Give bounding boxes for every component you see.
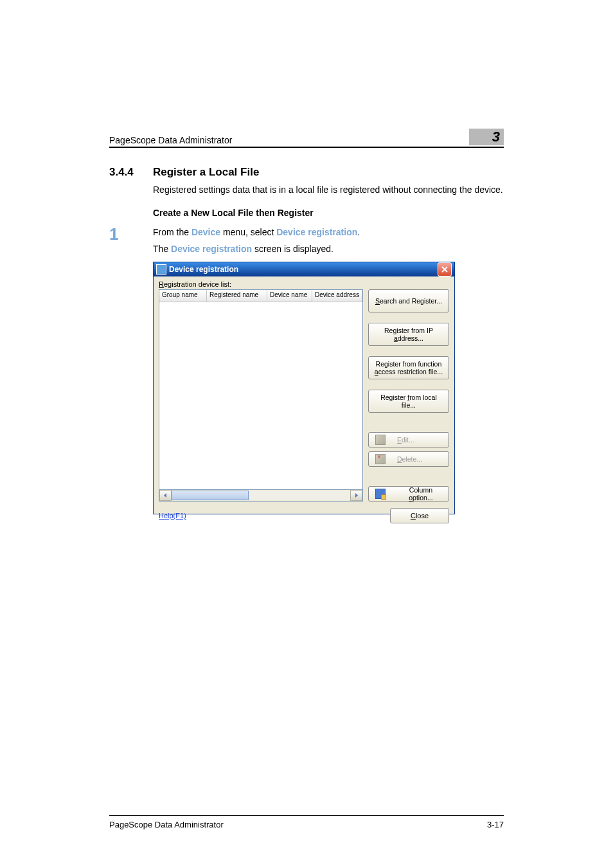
delete-button: Delete... bbox=[368, 451, 449, 467]
close-button[interactable]: Close bbox=[390, 508, 449, 523]
col-group-name[interactable]: Group name bbox=[159, 290, 207, 302]
registration-list-label: Registration device list: bbox=[159, 280, 449, 288]
delete-icon bbox=[375, 454, 386, 464]
dialog-icon bbox=[156, 264, 166, 275]
close-icon[interactable] bbox=[438, 262, 452, 276]
col-device-address[interactable]: Device address bbox=[312, 290, 362, 302]
col-registered-name[interactable]: Registered name bbox=[207, 290, 267, 302]
section-number: 3.4.4 bbox=[109, 166, 153, 179]
scroll-right-icon[interactable] bbox=[350, 490, 362, 501]
scroll-left-icon[interactable] bbox=[159, 490, 172, 501]
edit-icon bbox=[375, 435, 386, 445]
footer-left: PageScope Data Administrator bbox=[109, 820, 224, 829]
column-option-icon bbox=[375, 489, 386, 499]
horizontal-scrollbar[interactable] bbox=[159, 490, 363, 502]
ui-term-device-registration: Device registration bbox=[276, 227, 357, 237]
register-from-function-access-button[interactable]: Register from functionaccess restriction… bbox=[368, 356, 449, 379]
chapter-number: 3 bbox=[492, 129, 500, 145]
subsection-heading: Create a New Local File then Register bbox=[153, 208, 504, 218]
column-option-button[interactable]: Column option... bbox=[368, 486, 449, 502]
scroll-thumb[interactable] bbox=[172, 491, 249, 500]
header-rule bbox=[109, 147, 504, 148]
scroll-track[interactable] bbox=[172, 491, 350, 500]
step-text: From the Device menu, select Device regi… bbox=[153, 226, 360, 256]
chapter-badge: 3 bbox=[469, 129, 504, 145]
dialog-title: Device registration bbox=[169, 265, 238, 274]
device-registration-dialog: Device registration Registration device … bbox=[153, 262, 455, 514]
ui-term-device: Device bbox=[191, 227, 220, 237]
dialog-titlebar[interactable]: Device registration bbox=[154, 262, 454, 276]
step-number: 1 bbox=[109, 226, 153, 256]
help-link[interactable]: Help(F1) bbox=[159, 512, 186, 520]
footer-page-number: 3-17 bbox=[487, 820, 504, 829]
footer-rule bbox=[109, 815, 504, 816]
register-from-ip-button[interactable]: Register from IPaddress... bbox=[368, 323, 449, 346]
search-and-register-button[interactable]: Search and Register... bbox=[368, 289, 449, 312]
edit-button: Edit... bbox=[368, 432, 449, 448]
section-title: Register a Local File bbox=[153, 166, 259, 179]
register-from-local-file-button[interactable]: Register from local file... bbox=[368, 390, 449, 413]
list-header: Group name Registered name Device name D… bbox=[159, 290, 362, 302]
ui-term-screen: Device registration bbox=[171, 244, 252, 254]
registration-device-list[interactable]: Group name Registered name Device name D… bbox=[159, 289, 363, 490]
section-intro: Registered settings data that is in a lo… bbox=[153, 184, 504, 196]
col-device-name[interactable]: Device name bbox=[267, 290, 312, 302]
running-header: PageScope Data Administrator bbox=[109, 135, 232, 145]
